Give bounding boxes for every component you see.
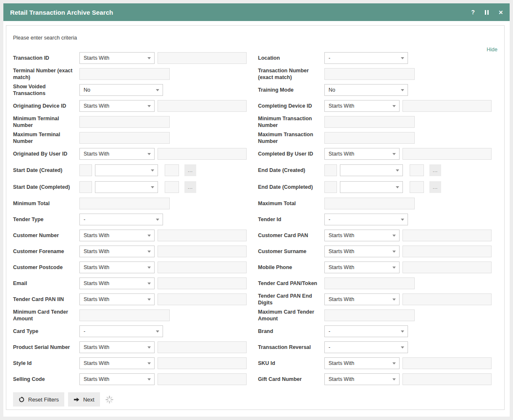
customer-card-pan-value-input[interactable]	[403, 230, 492, 241]
terminal-number-exact-match-value-input[interactable]	[79, 68, 170, 80]
product-serial-number-value-input[interactable]	[158, 341, 247, 353]
customer-forename-value-input[interactable]	[158, 246, 247, 257]
tender-id-value-select[interactable]: -	[324, 214, 408, 225]
maximum-terminal-number-value-input[interactable]	[79, 132, 170, 144]
customer-postcode-operator-select[interactable]: Starts With	[79, 262, 155, 273]
training-mode-value-select[interactable]: No	[324, 84, 408, 96]
style-id-value-input[interactable]	[158, 357, 247, 369]
gift-card-number-value-input[interactable]	[403, 373, 492, 385]
transaction-reversal-value-select[interactable]: -	[324, 341, 408, 353]
reset-filters-button[interactable]: Reset Filters	[13, 392, 64, 407]
field-row-style-id: Style Id Starts With	[13, 355, 253, 371]
selling-code-value-input[interactable]	[158, 373, 247, 385]
card-type-value-select[interactable]: -	[79, 325, 163, 337]
start-date-created-calendar-button[interactable]: ...	[184, 164, 196, 176]
customer-card-pan-operator-select[interactable]: Starts With	[324, 230, 400, 241]
start-date-created-date-select[interactable]	[95, 164, 158, 176]
end-date-created-calendar-button[interactable]: ...	[429, 164, 441, 176]
field-row-tender-card-pan-iin: Tender Card PAN IIN Starts With	[13, 291, 253, 307]
start-date-completed-date-input-1[interactable]	[79, 181, 92, 193]
tender-card-pan-end-digits-operator-select[interactable]: Starts With	[324, 293, 400, 305]
maximum-card-tender-amount-value-input[interactable]	[324, 309, 415, 321]
field-row-selling-code: Selling Code Starts With	[13, 371, 253, 387]
field-row-originated-by-user-id: Originated By User ID Starts With	[13, 146, 253, 162]
customer-forename-operator-select[interactable]: Starts With	[79, 246, 155, 257]
show-voided-transactions-value-select[interactable]: No	[79, 84, 163, 96]
tender-type-label: Tender Type	[13, 216, 79, 223]
brand-label: Brand	[258, 328, 324, 335]
tender-card-pan-iin-value-input[interactable]	[158, 293, 247, 305]
product-serial-number-operator-select[interactable]: Starts With	[79, 341, 155, 353]
customer-surname-operator-select[interactable]: Starts With	[324, 246, 400, 257]
completed-by-user-id-value-input[interactable]	[403, 148, 492, 160]
originated-by-user-id-value-input[interactable]	[158, 148, 247, 160]
completing-device-id-value-input[interactable]	[403, 100, 492, 112]
field-row-terminal-number-exact-match: Terminal Number (exact match)	[13, 66, 253, 82]
pause-icon[interactable]	[485, 10, 489, 15]
tender-card-pan-token-value-input[interactable]	[324, 277, 415, 289]
selling-code-label: Selling Code	[13, 376, 79, 383]
end-date-completed-date-input-2[interactable]	[410, 181, 424, 193]
transaction-number-exact-match-value-input[interactable]	[324, 68, 415, 80]
sku-id-value-input[interactable]	[403, 357, 492, 369]
originating-device-id-value-input[interactable]	[158, 100, 247, 112]
start-date-created-date-input-2[interactable]	[165, 164, 179, 176]
window-title: Retail Transaction Archive Search	[10, 9, 471, 16]
customer-number-value-input[interactable]	[158, 230, 247, 241]
start-date-completed-calendar-button[interactable]: ...	[184, 181, 196, 193]
tender-card-pan-token-label: Tender Card PAN/Token	[258, 280, 324, 287]
start-date-completed-date-input-2[interactable]	[165, 181, 179, 193]
originating-device-id-operator-select[interactable]: Starts With	[79, 100, 155, 112]
field-row-transaction-id: Transaction ID Starts With	[13, 50, 253, 66]
email-operator-select[interactable]: Starts With	[79, 277, 155, 289]
selling-code-operator-select[interactable]: Starts With	[79, 373, 155, 385]
mobile-phone-operator-select[interactable]: Starts With	[324, 262, 400, 273]
customer-number-operator-select[interactable]: Starts With	[79, 230, 155, 241]
completing-device-id-operator-select[interactable]: Starts With	[324, 100, 400, 112]
end-date-created-date-input-1[interactable]	[324, 164, 337, 176]
end-date-completed-date-input-1[interactable]	[324, 181, 337, 193]
help-icon[interactable]: ?	[471, 9, 475, 15]
field-row-card-type: Card Type -	[13, 323, 253, 339]
tender-card-pan-iin-operator-select[interactable]: Starts With	[79, 293, 155, 305]
location-value-select[interactable]: -	[324, 52, 408, 64]
end-date-created-date-input-2[interactable]	[410, 164, 424, 176]
minimum-transaction-number-value-input[interactable]	[324, 116, 415, 128]
maximum-transaction-number-value-input[interactable]	[324, 132, 415, 144]
minimum-card-tender-amount-value-input[interactable]	[79, 309, 170, 321]
minimum-total-value-input[interactable]	[79, 198, 170, 209]
field-row-maximum-card-tender-amount: Maximum Card Tender Amount	[258, 307, 497, 323]
hide-link[interactable]: Hide	[487, 47, 497, 53]
maximum-total-label: Maximum Total	[258, 200, 324, 207]
transaction-id-operator-select[interactable]: Starts With	[79, 52, 155, 64]
next-label: Next	[83, 396, 95, 403]
transaction-id-value-input[interactable]	[158, 52, 247, 64]
sku-id-operator-select[interactable]: Starts With	[324, 357, 400, 369]
sku-id-label: SKU Id	[258, 360, 324, 367]
style-id-operator-select[interactable]: Starts With	[79, 357, 155, 369]
tender-type-value-select[interactable]: -	[79, 214, 163, 225]
close-icon[interactable]: ×	[499, 9, 503, 16]
field-row-minimum-card-tender-amount: Minimum Card Tender Amount	[13, 307, 253, 323]
field-row-tender-type: Tender Type -	[13, 211, 253, 227]
customer-surname-value-input[interactable]	[403, 246, 492, 257]
search-criteria-panel: Please enter search criteria Hide Transa…	[6, 25, 505, 410]
brand-value-select[interactable]: -	[324, 325, 408, 337]
start-date-created-date-input-1[interactable]	[79, 164, 92, 176]
end-date-completed-date-select[interactable]	[340, 181, 403, 193]
maximum-total-value-input[interactable]	[324, 198, 415, 209]
start-date-completed-date-select[interactable]	[95, 181, 158, 193]
tender-card-pan-end-digits-value-input[interactable]	[403, 293, 492, 305]
email-value-input[interactable]	[158, 277, 247, 289]
originated-by-user-id-operator-select[interactable]: Starts With	[79, 148, 155, 160]
end-date-created-date-select[interactable]	[340, 164, 403, 176]
completed-by-user-id-operator-select[interactable]: Starts With	[324, 148, 400, 160]
reset-icon	[18, 396, 25, 403]
field-row-minimum-total: Minimum Total	[13, 195, 253, 211]
customer-postcode-value-input[interactable]	[158, 262, 247, 273]
mobile-phone-value-input[interactable]	[403, 262, 492, 273]
gift-card-number-operator-select[interactable]: Starts With	[324, 373, 400, 385]
next-button[interactable]: Next	[68, 392, 100, 407]
end-date-completed-calendar-button[interactable]: ...	[429, 181, 441, 193]
minimum-terminal-number-value-input[interactable]	[79, 116, 170, 128]
